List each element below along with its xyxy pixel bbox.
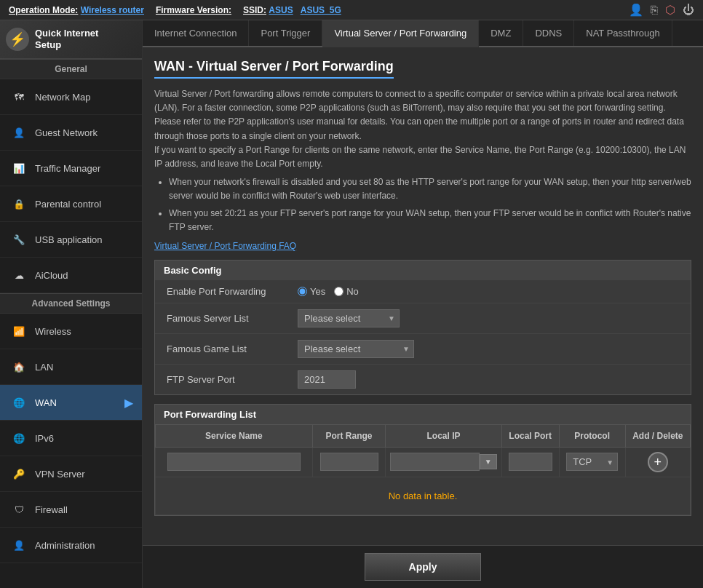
famous-game-select[interactable]: Please select — [298, 340, 414, 358]
sidebar-item-label: Wireless — [35, 326, 71, 337]
no-data-cell: No data in table. — [156, 477, 691, 514]
power-icon[interactable]: ⏻ — [683, 4, 694, 17]
copy-icon[interactable]: ⎘ — [651, 4, 658, 17]
table-header-row: Service Name Port Range Local IP Local P… — [156, 424, 691, 447]
lan-icon: 🏠 — [9, 357, 29, 377]
tab-nat-passthrough[interactable]: NAT Passthrough — [574, 20, 672, 46]
sidebar-item-firewall[interactable]: 🛡 Firewall — [0, 492, 142, 528]
enable-pf-row: Enable Port Forwarding Yes No — [155, 280, 691, 303]
input-service-name — [156, 447, 313, 477]
layout: ⚡ Quick InternetSetup General 🗺 Network … — [0, 20, 703, 588]
quick-internet-setup[interactable]: ⚡ Quick InternetSetup — [0, 20, 142, 59]
local-ip-input[interactable] — [390, 453, 479, 471]
apply-button[interactable]: Apply — [365, 553, 482, 581]
sidebar-item-ipv6[interactable]: 🌐 IPv6 — [0, 421, 142, 456]
input-local-ip: ▼ — [386, 447, 501, 477]
enable-pf-yes-radio[interactable] — [298, 287, 307, 296]
sidebar-item-label: AiCloud — [35, 270, 68, 281]
sidebar-item-label: Network Map — [35, 92, 91, 103]
ftp-port-control: 2021 — [298, 370, 356, 389]
enable-pf-yes-label[interactable]: Yes — [298, 286, 325, 297]
ftp-port-label: FTP Server Port — [167, 374, 298, 385]
guest-network-icon: 👤 — [9, 122, 29, 143]
tab-port-trigger[interactable]: Port Trigger — [249, 20, 322, 46]
tab-virtual-server[interactable]: Virtual Server / Port Forwarding — [322, 20, 479, 47]
sidebar-item-guest-network[interactable]: 👤 Guest Network — [0, 115, 142, 151]
sidebar-item-label: Traffic Manager — [35, 163, 100, 174]
sidebar-item-vpn-server[interactable]: 🔑 VPN Server — [0, 456, 142, 492]
ftp-port-input[interactable]: 2021 — [298, 370, 356, 389]
sidebar-item-label: Firewall — [35, 504, 68, 515]
sidebar-item-administration[interactable]: 👤 Administration — [0, 528, 142, 563]
top-bar-icons: 👤 ⎘ ⬡ ⏻ — [629, 3, 694, 17]
col-add-delete: Add / Delete — [625, 424, 690, 447]
input-add-delete: + — [625, 447, 690, 477]
sidebar-item-aicloud[interactable]: ☁ AiCloud — [0, 258, 142, 293]
ftp-port-row: FTP Server Port 2021 — [155, 365, 691, 394]
advanced-section-label: Advanced Settings — [0, 293, 142, 314]
enable-pf-no-radio[interactable] — [334, 287, 343, 296]
description-text: Virtual Server / Port forwarding allows … — [154, 87, 691, 234]
wan-icon: 🌐 — [9, 392, 29, 413]
usb-icon[interactable]: ⬡ — [665, 3, 675, 17]
administration-icon: 👤 — [9, 535, 29, 555]
enable-pf-no-label[interactable]: No — [334, 286, 359, 297]
input-local-port — [501, 447, 559, 477]
sidebar-item-label: WAN — [35, 397, 57, 408]
usb-application-icon: 🔧 — [9, 229, 29, 250]
col-service-name: Service Name — [156, 424, 313, 447]
basic-config-title: Basic Config — [155, 261, 691, 280]
local-ip-wrap: ▼ — [390, 453, 496, 471]
sidebar-item-network-map[interactable]: 🗺 Network Map — [0, 79, 142, 115]
tab-ddns[interactable]: DDNS — [523, 20, 574, 46]
enable-pf-label: Enable Port Forwarding — [167, 286, 298, 297]
famous-server-label: Famous Server List — [167, 313, 298, 324]
famous-game-label: Famous Game List — [167, 343, 298, 354]
sidebar-item-wan[interactable]: 🌐 WAN ▶ — [0, 385, 142, 421]
sidebar-item-parental-control[interactable]: 🔒 Parental control — [0, 186, 142, 222]
service-name-input[interactable] — [167, 453, 300, 471]
table-input-row: ▼ TCP UDP — [156, 447, 691, 477]
bullet-2: When you set 20:21 as your FTP server's … — [169, 207, 691, 234]
col-local-port: Local Port — [501, 424, 559, 447]
ssid-info: SSID: ASUS ASUS_5G — [243, 5, 341, 15]
port-forwarding-title: Port Forwarding List — [155, 405, 691, 424]
local-ip-dropdown-btn[interactable]: ▼ — [480, 454, 497, 469]
bullet-1: When your network's firewall is disabled… — [169, 175, 691, 203]
no-data-text: No data in table. — [160, 482, 686, 510]
faq-link[interactable]: Virtual Server / Port Forwarding FAQ — [154, 241, 296, 251]
user-icon[interactable]: 👤 — [629, 3, 643, 17]
quick-setup-label: Quick InternetSetup — [35, 28, 98, 50]
col-local-ip: Local IP — [386, 424, 501, 447]
local-port-input[interactable] — [509, 453, 552, 471]
port-forwarding-table: Service Name Port Range Local IP Local P… — [155, 424, 691, 515]
basic-config-section: Basic Config Enable Port Forwarding Yes — [154, 260, 691, 395]
sidebar-item-label: Administration — [35, 540, 95, 551]
general-section-label: General — [0, 59, 142, 79]
sidebar-item-traffic-manager[interactable]: 📊 Traffic Manager — [0, 151, 142, 186]
firewall-icon: 🛡 — [9, 499, 29, 520]
sidebar-item-label: LAN — [35, 362, 53, 373]
no-data-row: No data in table. — [156, 477, 691, 514]
tab-internet-connection[interactable]: Internet Connection — [143, 20, 249, 46]
protocol-select[interactable]: TCP UDP BOTH — [566, 453, 618, 471]
famous-game-control: Please select ▼ — [298, 340, 414, 358]
add-row-button[interactable]: + — [648, 452, 668, 472]
sidebar-item-wireless[interactable]: 📶 Wireless — [0, 314, 142, 349]
firmware-version: Firmware Version: — [156, 5, 231, 15]
sidebar-item-usb-application[interactable]: 🔧 USB application — [0, 222, 142, 258]
famous-game-row: Famous Game List Please select ▼ — [155, 334, 691, 365]
ipv6-icon: 🌐 — [9, 428, 29, 448]
famous-server-select[interactable]: Please select — [298, 309, 400, 327]
top-bar: Operation Mode: Wireless router Firmware… — [0, 0, 703, 20]
network-map-icon: 🗺 — [9, 87, 29, 107]
sidebar-item-label: Parental control — [35, 199, 101, 210]
port-range-input[interactable] — [320, 453, 378, 471]
sidebar-item-lan[interactable]: 🏠 LAN — [0, 349, 142, 385]
enable-pf-radio-group: Yes No — [298, 286, 359, 297]
port-forwarding-section: Port Forwarding List Service Name Port R… — [154, 404, 691, 516]
input-port-range — [312, 447, 386, 477]
tab-dmz[interactable]: DMZ — [479, 20, 523, 46]
famous-server-control: Please select ▼ — [298, 309, 400, 327]
input-protocol: TCP UDP BOTH ▼ — [559, 447, 625, 477]
